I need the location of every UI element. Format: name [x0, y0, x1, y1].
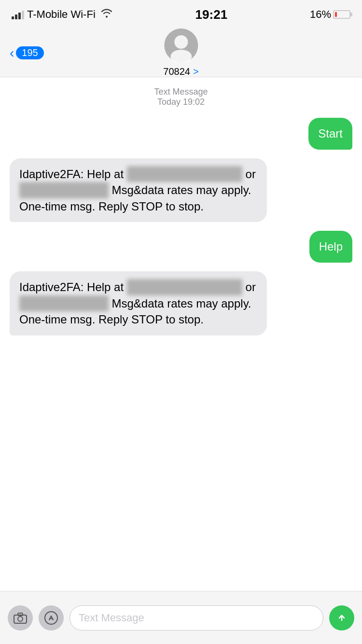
contact-name-row[interactable]: 70824 >: [163, 66, 198, 77]
send-icon: [335, 612, 348, 624]
contact-header[interactable]: 70824 >: [163, 28, 198, 77]
svg-point-5: [45, 612, 57, 624]
bubble-sent-1-text: Start: [318, 127, 343, 140]
appstore-icon: [44, 611, 58, 625]
back-chevron-icon: ‹: [10, 45, 14, 61]
battery-info: 16%: [310, 8, 350, 21]
bubble-received-1-link2[interactable]: +1(408)000-0000: [19, 182, 109, 198]
send-button[interactable]: [329, 605, 354, 630]
bubble-sent-2: Help: [309, 231, 352, 263]
svg-rect-4: [18, 613, 23, 616]
bubble-row-sent-2: Help: [10, 231, 352, 263]
nav-bar: ‹ 195 70824 >: [0, 29, 362, 77]
message-area: Text Message Today 19:02 Start Idaptive2…: [0, 77, 362, 591]
bubble-received-1-link1[interactable]: support@idaptive.com: [127, 166, 242, 182]
bubble-sent-1: Start: [308, 118, 352, 150]
battery-icon: [333, 10, 350, 19]
bubble-row-sent-1: Start: [10, 118, 352, 150]
carrier-label: T-Mobile Wi-Fi: [27, 8, 96, 21]
bubble-row-received-2: Idaptive2FA: Help at support@idaptive.co…: [10, 271, 352, 336]
bottom-bar: Text Message: [0, 591, 362, 644]
camera-button[interactable]: [8, 605, 33, 630]
bubble-received-2-link2[interactable]: +1(408)000-0000: [19, 295, 109, 312]
svg-point-1: [170, 50, 192, 62]
svg-point-0: [174, 35, 188, 49]
contact-detail-chevron-icon: >: [193, 66, 199, 77]
camera-icon: [14, 611, 27, 625]
bubble-received-1-prefix: Idaptive2FA: Help at: [19, 168, 127, 181]
back-badge-count: 195: [16, 46, 43, 59]
message-timestamp: Text Message Today 19:02: [10, 87, 352, 107]
appstore-button[interactable]: [39, 605, 64, 630]
bubble-received-2-prefix: Idaptive2FA: Help at: [19, 280, 127, 294]
bubble-received-2-middle: or: [242, 280, 256, 294]
carrier-info: T-Mobile Wi-Fi: [12, 8, 113, 21]
time-display: 19:21: [195, 7, 228, 22]
bubble-received-1: Idaptive2FA: Help at support@idaptive.co…: [10, 158, 267, 223]
bubble-received-2: Idaptive2FA: Help at support@idaptive.co…: [10, 271, 267, 336]
bubble-received-2-link1[interactable]: support@idaptive.com: [127, 279, 242, 295]
signal-icon: [12, 10, 24, 19]
text-input-placeholder: Text Message: [79, 612, 144, 624]
person-icon: [164, 28, 198, 62]
contact-number: 70824: [163, 66, 190, 77]
status-bar: T-Mobile Wi-Fi 19:21 16%: [0, 0, 362, 29]
bubble-sent-2-text: Help: [319, 240, 343, 253]
back-button[interactable]: ‹ 195: [10, 45, 44, 61]
avatar: [164, 28, 198, 62]
wifi-icon: [100, 8, 113, 21]
bubble-received-1-middle: or: [242, 168, 256, 181]
svg-point-3: [18, 616, 23, 621]
battery-percent: 16%: [310, 8, 331, 21]
bubble-row-received-1: Idaptive2FA: Help at support@idaptive.co…: [10, 158, 352, 223]
text-input[interactable]: Text Message: [70, 605, 323, 630]
